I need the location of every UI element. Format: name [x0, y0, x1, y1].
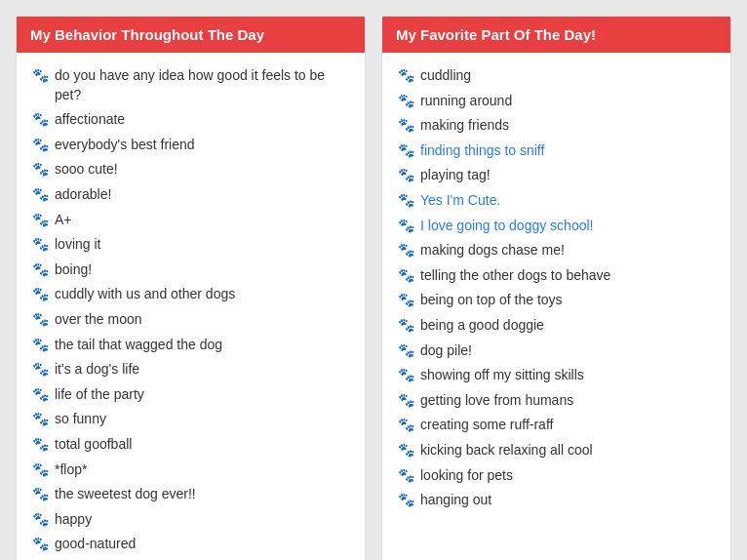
paw-icon: 🐾: [398, 141, 414, 161]
list-item: 🐾getting love from humans: [398, 391, 715, 411]
paw-icon: 🐾: [32, 410, 49, 429]
list-item: 🐾boing!: [32, 260, 349, 280]
paw-icon: 🐾: [32, 435, 49, 455]
item-text: A+: [55, 211, 72, 230]
paw-icon: 🐾: [32, 460, 49, 480]
item-text: looking for pets: [420, 466, 513, 486]
paw-icon: 🐾: [398, 92, 414, 111]
paw-icon: 🐾: [398, 491, 414, 510]
list-item: 🐾creating some ruff-raff: [398, 416, 715, 435]
paw-icon: 🐾: [32, 110, 49, 130]
paw-icon: 🐾: [398, 217, 414, 236]
paw-icon: 🐾: [32, 66, 49, 86]
left-card-body: 🐾do you have any idea how good it feels …: [17, 53, 365, 560]
left-card-header: My Behavior Throughout The Day: [17, 17, 365, 53]
paw-icon: 🐾: [398, 266, 414, 286]
right-card-body: 🐾cuddling🐾running around🐾making friends🐾…: [382, 53, 730, 530]
paw-icon: 🐾: [32, 336, 49, 355]
list-item: 🐾everybody's best friend: [32, 136, 349, 155]
list-item: 🐾being on top of the toys: [398, 291, 715, 310]
paw-icon: 🐾: [32, 185, 49, 205]
list-item: 🐾it's a dog's life: [32, 360, 349, 380]
item-text: dog pile!: [420, 341, 472, 361]
list-item: 🐾affectionate: [32, 110, 349, 130]
list-item: 🐾making friends: [398, 116, 715, 136]
paw-icon: 🐾: [32, 136, 49, 155]
list-item: 🐾I love going to doggy school!: [398, 217, 715, 236]
paw-icon: 🐾: [32, 310, 49, 330]
paw-icon: 🐾: [32, 360, 49, 380]
list-item: 🐾*flop*: [32, 460, 349, 480]
right-card: My Favorite Part Of The Day! 🐾cuddling🐾r…: [381, 16, 731, 560]
list-item: 🐾showing off my sitting skills: [398, 366, 715, 385]
list-item: 🐾the tail that wagged the dog: [32, 336, 349, 355]
paw-icon: 🐾: [398, 441, 414, 460]
main-container: My Behavior Throughout The Day 🐾do you h…: [16, 16, 731, 560]
list-item: 🐾telling the other dogs to behave: [398, 266, 715, 286]
list-item: 🐾good-natured: [32, 535, 349, 554]
item-text: life of the party: [55, 385, 144, 405]
item-text: running around: [420, 92, 512, 111]
list-item: 🐾loving it: [32, 235, 349, 255]
paw-icon: 🐾: [32, 485, 49, 504]
item-text: do you have any idea how good it feels t…: [55, 66, 349, 104]
item-text: the sweetest dog ever!!: [55, 485, 196, 504]
paw-icon: 🐾: [398, 291, 414, 310]
item-text: loving it: [55, 235, 100, 255]
list-item: 🐾Yes I'm Cute.: [398, 191, 715, 211]
item-text: *flop*: [55, 460, 87, 480]
left-card: My Behavior Throughout The Day 🐾do you h…: [16, 16, 366, 560]
paw-icon: 🐾: [32, 535, 49, 554]
list-item: 🐾the sweetest dog ever!!: [32, 485, 349, 504]
item-text: cuddly with us and other dogs: [55, 285, 235, 304]
item-text: boing!: [55, 260, 92, 280]
list-item: 🐾dog pile!: [398, 341, 715, 361]
list-item: 🐾life of the party: [32, 385, 349, 405]
list-item: 🐾kicking back relaxing all cool: [398, 441, 715, 460]
item-text: so funny: [55, 410, 106, 429]
list-item: 🐾adorable!: [32, 185, 349, 205]
item-text[interactable]: finding things to sniff: [420, 141, 544, 161]
item-text: it's a dog's life: [55, 360, 139, 380]
paw-icon: 🐾: [398, 241, 414, 260]
item-text: hanging out: [420, 491, 491, 510]
item-text: the tail that wagged the dog: [55, 336, 222, 355]
item-text: making friends: [420, 116, 509, 136]
list-item: 🐾hanging out: [398, 491, 715, 510]
item-text: creating some ruff-raff: [420, 416, 553, 435]
list-item: 🐾finding things to sniff: [398, 141, 715, 161]
list-item: 🐾looking for pets: [398, 466, 715, 486]
item-text: adorable!: [55, 185, 111, 205]
paw-icon: 🐾: [32, 385, 49, 405]
paw-icon: 🐾: [32, 235, 49, 255]
list-item: 🐾total goofball: [32, 435, 349, 455]
paw-icon: 🐾: [32, 160, 49, 180]
item-text: happy: [55, 510, 92, 530]
paw-icon: 🐾: [32, 285, 49, 304]
item-text: affectionate: [55, 110, 125, 130]
item-text[interactable]: Yes I'm Cute.: [420, 191, 500, 211]
list-item: 🐾cuddling: [398, 66, 715, 86]
item-text[interactable]: I love going to doggy school!: [420, 217, 593, 236]
paw-icon: 🐾: [398, 116, 414, 136]
list-item: 🐾so funny: [32, 410, 349, 429]
paw-icon: 🐾: [398, 466, 414, 486]
list-item: 🐾being a good doggie: [398, 316, 715, 336]
paw-icon: 🐾: [398, 316, 414, 336]
paw-icon: 🐾: [398, 66, 414, 86]
right-card-header: My Favorite Part Of The Day!: [382, 17, 730, 53]
paw-icon: 🐾: [32, 510, 49, 530]
item-text: being a good doggie: [420, 316, 544, 336]
paw-icon: 🐾: [32, 260, 49, 280]
list-item: 🐾do you have any idea how good it feels …: [32, 66, 349, 104]
item-text: good-natured: [55, 535, 136, 554]
list-item: 🐾A+: [32, 211, 349, 230]
paw-icon: 🐾: [398, 191, 414, 211]
list-item: 🐾happy: [32, 510, 349, 530]
item-text: total goofball: [55, 435, 132, 455]
item-text: playing tag!: [420, 166, 491, 185]
paw-icon: 🐾: [32, 211, 49, 230]
left-card-title: My Behavior Throughout The Day: [30, 26, 264, 43]
list-item: 🐾running around: [398, 92, 715, 111]
item-text: over the moon: [55, 310, 142, 330]
